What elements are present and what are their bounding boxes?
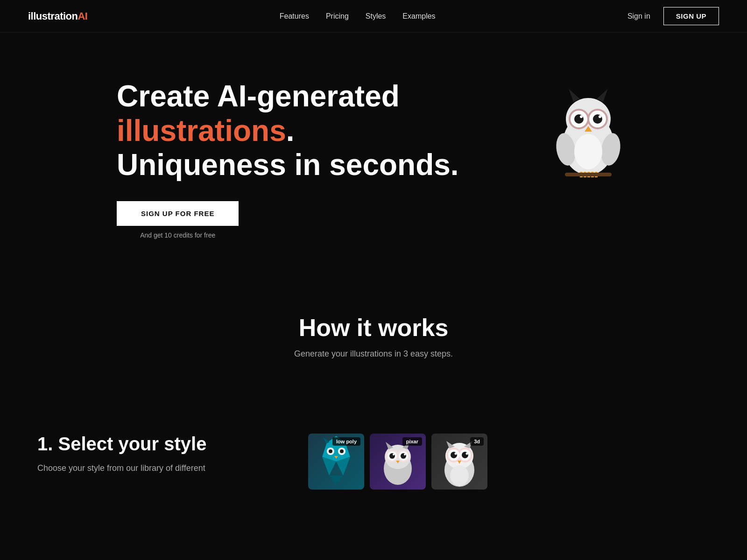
- nav-actions: Sign in SIGN UP: [627, 7, 719, 25]
- svg-point-59: [450, 465, 469, 486]
- hero-title-dot: .: [286, 114, 295, 147]
- hero-owl-image: [537, 75, 630, 177]
- svg-point-54: [455, 452, 457, 455]
- nav-item-features[interactable]: Features: [280, 12, 309, 21]
- hero-text: Create AI-generated illustrations. Uniqu…: [117, 75, 537, 248]
- style-badge-lowpoly: low poly: [332, 437, 360, 446]
- how-it-works-section: How it works Generate your illustrations…: [0, 276, 747, 415]
- hero-title-part1: Create AI-generated: [117, 79, 400, 113]
- step1-title: 1. Select your style: [37, 434, 271, 455]
- nav-links: Features Pricing Styles Examples: [280, 12, 436, 21]
- svg-point-12: [580, 115, 583, 118]
- logo[interactable]: illustrationAI: [28, 10, 87, 22]
- nav-item-pricing[interactable]: Pricing: [326, 12, 349, 21]
- nav-item-styles[interactable]: Styles: [366, 12, 386, 21]
- navbar: illustrationAI Features Pricing Styles E…: [0, 0, 747, 33]
- hero-title: Create AI-generated illustrations. Uniqu…: [117, 79, 537, 182]
- svg-point-42: [404, 454, 406, 455]
- how-it-works-heading: How it works: [19, 314, 728, 342]
- svg-marker-4: [569, 89, 580, 102]
- how-it-works-subtitle: Generate your illustrations in 3 easy st…: [19, 349, 728, 359]
- svg-marker-25: [329, 476, 343, 485]
- sign-in-link[interactable]: Sign in: [627, 12, 650, 21]
- step1-text: 1. Select your style Choose your style f…: [37, 434, 271, 475]
- style-card-3d[interactable]: 3d: [431, 434, 487, 490]
- cta-subtext: And get 10 credits for free: [140, 231, 215, 239]
- owl-illustration: [551, 84, 626, 177]
- style-card-lowpoly[interactable]: low poly: [308, 434, 364, 490]
- svg-point-55: [466, 452, 468, 455]
- logo-text-white: illustration: [28, 10, 78, 22]
- style-badge-pixar: pixar: [402, 437, 422, 446]
- logo-text-orange: AI: [78, 10, 87, 22]
- hero-cta: SIGN UP FOR FREE And get 10 credits for …: [117, 201, 239, 239]
- hero-title-line2: Uniqueness in seconds.: [117, 148, 459, 182]
- hero-content: Create AI-generated illustrations. Uniqu…: [19, 75, 728, 248]
- hero-section: Create AI-generated illustrations. Uniqu…: [0, 33, 747, 276]
- cta-signup-button[interactable]: SIGN UP FOR FREE: [117, 201, 239, 226]
- step1-description: Choose your style from our library of di…: [37, 462, 271, 475]
- style-card-pixar[interactable]: pixar: [370, 434, 426, 490]
- svg-rect-21: [565, 173, 612, 176]
- style-badge-3d: 3d: [470, 437, 484, 446]
- svg-point-13: [599, 115, 601, 118]
- svg-point-28: [329, 449, 332, 453]
- step1-style-cards: low poly pixar: [308, 434, 710, 490]
- svg-point-15: [574, 134, 602, 169]
- svg-point-41: [393, 454, 395, 455]
- hero-title-highlight: illustrations: [117, 114, 286, 147]
- svg-point-29: [340, 449, 344, 453]
- step1-section: 1. Select your style Choose your style f…: [0, 415, 747, 518]
- signup-button[interactable]: SIGN UP: [663, 7, 719, 25]
- svg-marker-5: [597, 89, 608, 102]
- nav-item-examples[interactable]: Examples: [402, 12, 435, 21]
